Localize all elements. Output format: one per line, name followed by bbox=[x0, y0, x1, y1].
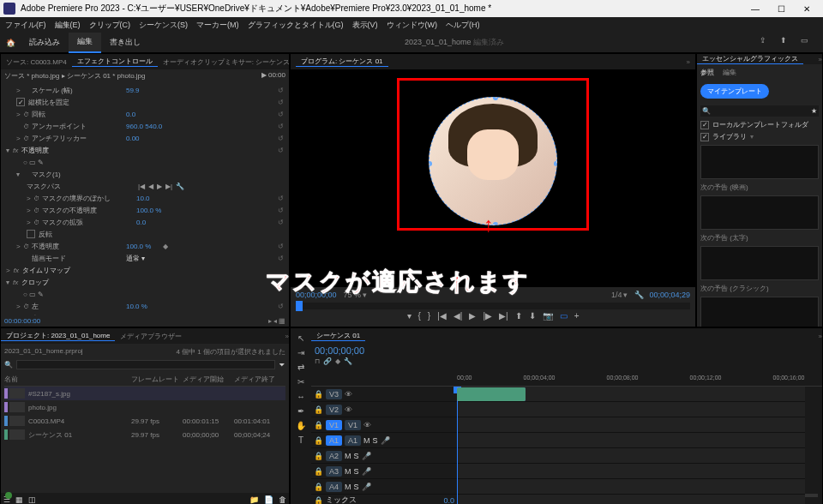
col-name[interactable]: 名前 bbox=[4, 375, 131, 384]
step-back-icon[interactable]: ◀| bbox=[454, 311, 463, 321]
checkbox-library[interactable] bbox=[700, 133, 709, 141]
compare-icon[interactable]: ▭ bbox=[560, 311, 568, 321]
effect-property-row[interactable]: ⏱アンカーポイント960.0 540.0↺ bbox=[3, 120, 287, 132]
property-value[interactable]: 100.0 % bbox=[126, 243, 151, 250]
timeline-toggle-icon[interactable]: ▸ ◂ ▦ bbox=[268, 317, 285, 325]
project-item-row[interactable]: C0003.MP429.97 fps00:00:01:1500:01:04:01 bbox=[4, 414, 285, 428]
effect-property-row[interactable]: 描画モード通常 ▾↺ bbox=[3, 252, 287, 264]
go-to-in-icon[interactable]: |◀ bbox=[437, 311, 447, 321]
panel-menu-icon[interactable]: » bbox=[819, 333, 822, 340]
property-value[interactable]: 100.0 % bbox=[136, 207, 161, 214]
col-media-start[interactable]: メディア開始 bbox=[183, 375, 234, 384]
search-input[interactable] bbox=[711, 107, 811, 115]
workspace-tab-import[interactable]: 読み込み bbox=[21, 33, 69, 53]
effect-property-row[interactable]: ○ ▭ ✎ bbox=[3, 156, 287, 168]
effect-property-row[interactable]: ○ ▭ ✎ bbox=[3, 288, 287, 300]
workspace-menu-icon[interactable]: ▭ bbox=[801, 36, 814, 50]
menu-graphics[interactable]: グラフィックとタイトル(G) bbox=[248, 20, 344, 31]
property-value[interactable]: 59.9 bbox=[126, 87, 140, 94]
search-icon[interactable]: 🔍 bbox=[4, 361, 13, 369]
menu-sequence[interactable]: シーケンス(S) bbox=[139, 20, 188, 31]
button-editor-icon[interactable]: + bbox=[574, 311, 580, 321]
mark-in-icon[interactable]: { bbox=[418, 311, 421, 321]
checkbox-local[interactable] bbox=[700, 121, 709, 129]
new-item-icon[interactable]: 📄 bbox=[264, 495, 273, 504]
maximize-button[interactable]: ☐ bbox=[768, 0, 794, 17]
effect-property-row[interactable]: 反転 bbox=[3, 228, 287, 240]
property-value[interactable]: 0.0 bbox=[126, 111, 135, 118]
program-viewport[interactable] bbox=[291, 69, 695, 287]
col-framerate[interactable]: フレームレート bbox=[131, 375, 183, 384]
effect-property-row[interactable]: >⏱マスクの境界のぼかし10.0↺ bbox=[3, 192, 287, 204]
filter-icon[interactable]: ⏷ bbox=[279, 361, 285, 369]
pen-tool-icon[interactable]: ✒ bbox=[297, 406, 304, 416]
tab-source[interactable]: ソース: C0003.MP4 bbox=[1, 57, 72, 67]
workspace-tab-edit[interactable]: 編集 bbox=[69, 33, 101, 53]
tab-sequence[interactable]: シーケンス 01 bbox=[311, 331, 365, 341]
panel-menu-icon[interactable]: » bbox=[687, 58, 690, 66]
property-value[interactable]: 10.0 bbox=[136, 195, 150, 202]
template-thumbnail[interactable] bbox=[700, 246, 819, 280]
tab-essential-graphics[interactable]: エッセンシャルグラフィックス bbox=[697, 54, 803, 64]
add-marker-icon[interactable]: ▾ bbox=[407, 311, 412, 321]
eg-tab-browse[interactable]: 参照 bbox=[700, 68, 714, 77]
audio-track-header[interactable]: 🔒A2MS🎤 bbox=[311, 448, 457, 464]
checkbox[interactable] bbox=[16, 98, 25, 106]
wrench-icon[interactable]: 🔧 bbox=[634, 291, 644, 299]
ripple-edit-icon[interactable]: ⇄ bbox=[297, 363, 304, 372]
tab-effect-controls[interactable]: エフェクトコントロール bbox=[72, 57, 158, 67]
template-thumbnail[interactable] bbox=[700, 195, 819, 230]
eg-search[interactable]: 🔍 ★ bbox=[700, 105, 819, 117]
project-search-input[interactable] bbox=[16, 360, 275, 369]
close-button[interactable]: ✕ bbox=[794, 0, 820, 17]
trash-icon[interactable]: 🗑 bbox=[279, 495, 286, 504]
my-templates-button[interactable]: マイテンプレート bbox=[700, 84, 769, 99]
timeline-content[interactable] bbox=[457, 387, 805, 504]
menu-edit[interactable]: 編集(E) bbox=[55, 20, 81, 31]
new-bin-icon[interactable]: 📁 bbox=[249, 495, 259, 504]
video-track-header[interactable]: 🔒V2👁 bbox=[311, 402, 457, 417]
effect-property-row[interactable]: >⏱アンチフリッカー0.00↺ bbox=[3, 132, 287, 144]
effect-property-row[interactable]: ▾マスク(1) bbox=[3, 168, 287, 180]
effect-property-row[interactable]: >⏱マスクの拡張0.0↺ bbox=[3, 216, 287, 228]
effect-property-row[interactable]: >⏱回転0.0↺ bbox=[3, 108, 287, 120]
go-to-out-icon[interactable]: ▶| bbox=[499, 311, 508, 321]
resolution-select[interactable]: 1/4 bbox=[611, 291, 622, 299]
effect-property-row[interactable]: マスクパス|◀◀▶▶|🔧 bbox=[3, 180, 287, 192]
workspace-tab-export[interactable]: 書き出し bbox=[101, 33, 149, 53]
linked-selection-icon[interactable]: 🔗 bbox=[323, 357, 332, 365]
menu-marker[interactable]: マーカー(M) bbox=[196, 20, 239, 31]
settings-icon[interactable]: 🔧 bbox=[344, 357, 352, 365]
star-icon[interactable]: ★ bbox=[811, 107, 817, 115]
menu-clip[interactable]: クリップ(C) bbox=[89, 20, 131, 31]
panel-menu-icon[interactable]: » bbox=[285, 333, 289, 340]
freeform-icon[interactable]: ◫ bbox=[28, 495, 36, 504]
snap-icon[interactable]: ⊓ bbox=[315, 357, 320, 365]
effect-property-row[interactable]: 縦横比を固定↺ bbox=[3, 96, 287, 108]
effect-property-row[interactable]: ▾fxクロップ↺ bbox=[3, 276, 287, 288]
menu-help[interactable]: ヘルプ(H) bbox=[446, 20, 480, 31]
minimize-button[interactable]: — bbox=[742, 0, 768, 17]
home-button[interactable]: 🏠 bbox=[0, 33, 21, 53]
audio-track-header[interactable]: 🔒A1A1MS🎤 bbox=[311, 433, 457, 448]
play-icon[interactable]: ▶ bbox=[469, 311, 476, 321]
effect-property-row[interactable]: ▾fx不透明度↺ bbox=[3, 144, 287, 156]
property-value[interactable]: 0.00 bbox=[126, 135, 140, 142]
project-item-row[interactable]: シーケンス 0129.97 fps00;00;00;0000;00;04;24 bbox=[4, 428, 285, 441]
audio-track-header[interactable]: 🔒A4MS🎤 bbox=[311, 479, 457, 495]
clip-audio[interactable] bbox=[457, 387, 526, 401]
program-scrubber[interactable] bbox=[296, 303, 690, 309]
video-track-header[interactable]: 🔒V1V1👁 bbox=[311, 417, 457, 433]
col-media-end[interactable]: メディア終了 bbox=[234, 375, 285, 384]
tab-media-browser[interactable]: メディアブラウザー bbox=[115, 332, 187, 341]
step-forward-icon[interactable]: |▶ bbox=[483, 311, 492, 321]
type-tool-icon[interactable]: T bbox=[298, 435, 303, 445]
playhead[interactable] bbox=[457, 387, 458, 504]
track-select-icon[interactable]: ⇥ bbox=[297, 348, 304, 357]
slip-tool-icon[interactable]: ↔ bbox=[297, 392, 305, 401]
hand-tool-icon[interactable]: ✋ bbox=[296, 421, 306, 430]
quick-export-icon[interactable]: ⇪ bbox=[760, 36, 773, 50]
mark-out-icon[interactable]: } bbox=[428, 311, 430, 321]
tab-audio-mixer[interactable]: オーディオクリップミキサー: シーケンス bbox=[158, 57, 290, 67]
property-value[interactable]: 0.0 bbox=[136, 219, 146, 226]
